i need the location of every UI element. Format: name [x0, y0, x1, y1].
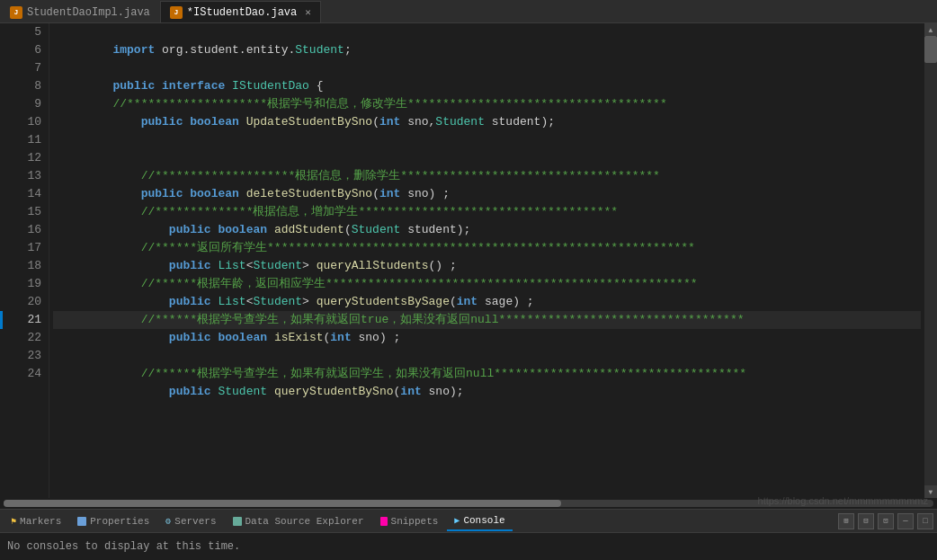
- line-num-18: 18: [25, 257, 41, 275]
- line-num-23: 23: [25, 347, 41, 365]
- margin-line-13: [0, 167, 18, 185]
- watermark: https://blog.csdn.net/mmmmmmmmmz: [758, 495, 928, 506]
- scrollbar-thumb[interactable]: [4, 500, 561, 507]
- line-num-11: 11: [25, 131, 41, 149]
- margin-line-15: [0, 203, 18, 221]
- line-num-16: 16: [25, 221, 41, 239]
- tab-snippets-label: Snippets: [391, 516, 439, 527]
- tab-properties-label: Properties: [90, 516, 149, 527]
- margin-line-23: [0, 347, 18, 365]
- tab-properties[interactable]: Properties: [70, 511, 156, 531]
- tab-console-label: Console: [463, 515, 504, 526]
- scroll-track[interactable]: [924, 36, 937, 485]
- line-num-24: 24: [25, 365, 41, 383]
- margin-line-12: [0, 149, 18, 167]
- line-num-15: 15: [25, 203, 41, 221]
- tab-snippets[interactable]: Snippets: [373, 511, 446, 531]
- margin-line-22: [0, 329, 18, 347]
- scroll-thumb[interactable]: [924, 36, 937, 63]
- line-num-7: 7: [25, 59, 41, 77]
- code-line-12: //********************根据信息，删除学生*********…: [53, 149, 921, 167]
- margin-line-6: [0, 41, 18, 59]
- console-message: No consoles to display at this time.: [7, 540, 240, 553]
- margin-line-5: [0, 23, 18, 41]
- tab-istudentdao-label: *IStudentDao.java: [187, 6, 297, 19]
- scroll-up-arrow[interactable]: ▲: [924, 23, 937, 36]
- toolbar-btn-maximize[interactable]: □: [917, 513, 933, 529]
- code-line-5: import org.student.entity.Student;: [53, 23, 921, 41]
- keyword-import: import: [112, 43, 155, 57]
- toolbar-btn-minimize[interactable]: ─: [897, 513, 914, 529]
- toolbar-btn-2[interactable]: ⊟: [858, 513, 874, 529]
- line-num-6: 6: [25, 41, 41, 59]
- margin-line-9: [0, 95, 18, 113]
- bottom-panel: ⚑ Markers Properties ⚙ Servers Data Sour…: [0, 509, 937, 560]
- tab-studentdaoimpl-label: StudentDaoImpl.java: [27, 6, 150, 19]
- right-scrollbar[interactable]: ▲ ▼: [924, 23, 937, 498]
- margin-line-18: [0, 257, 18, 275]
- margin-line-8: [0, 77, 18, 95]
- editor-wrapper: 5 6 7 8 9 10 11 12 13 14 15 16 17 18 19 …: [0, 23, 937, 498]
- tab-close-icon[interactable]: ✕: [305, 6, 311, 18]
- bottom-tab-bar: ⚑ Markers Properties ⚙ Servers Data Sour…: [0, 510, 937, 533]
- bottom-toolbar: ⊞ ⊟ ⊡ ─ □: [838, 513, 933, 529]
- line-num-20: 20: [25, 293, 41, 311]
- margin-line-14: [0, 185, 18, 203]
- line-num-21: 21: [25, 311, 41, 329]
- code-line-11: [53, 131, 921, 149]
- code-line-23: //******根据学号查学生，如果有就返回学生，如果没有返回null*****…: [53, 347, 921, 365]
- java-icon-istudentdao: J: [170, 6, 183, 19]
- tab-bar: J StudentDaoImpl.java J *IStudentDao.jav…: [0, 0, 937, 23]
- tab-datasource[interactable]: Data Source Explorer: [226, 511, 371, 531]
- java-icon-studentdaoimpl: J: [10, 6, 22, 19]
- tab-console[interactable]: ▶ Console: [447, 511, 512, 531]
- margin-line-19: [0, 275, 18, 293]
- datasource-icon: [233, 517, 242, 526]
- line-num-9: 9: [25, 95, 41, 113]
- margin-line-20: [0, 293, 18, 311]
- tab-markers[interactable]: ⚑ Markers: [4, 511, 68, 531]
- line-num-8: 8: [25, 77, 41, 95]
- tab-istudentdao[interactable]: J *IStudentDao.java ✕: [160, 1, 321, 22]
- toolbar-btn-1[interactable]: ⊞: [838, 513, 854, 529]
- line-num-13: 13: [25, 167, 41, 185]
- line-num-10: 10: [25, 113, 41, 131]
- tab-markers-label: Markers: [20, 516, 61, 527]
- servers-icon: ⚙: [165, 516, 171, 527]
- margin-line-16: [0, 221, 18, 239]
- margin-line-7: [0, 59, 18, 77]
- line-num-17: 17: [25, 239, 41, 257]
- line-num-12: 12: [25, 149, 41, 167]
- snippets-icon: [380, 517, 388, 526]
- properties-icon: [77, 517, 86, 526]
- tab-datasource-label: Data Source Explorer: [245, 516, 364, 527]
- console-output: No consoles to display at this time.: [0, 533, 937, 560]
- line-num-19: 19: [25, 275, 41, 293]
- margin-line-17: [0, 239, 18, 257]
- line-num-5: 5: [25, 23, 41, 41]
- margin-line-10: [0, 113, 18, 131]
- margin-line-11: [0, 131, 18, 149]
- tab-servers-label: Servers: [174, 516, 216, 527]
- line-numbers: 5 6 7 8 9 10 11 12 13 14 15 16 17 18 19 …: [18, 23, 49, 498]
- tab-studentdaoimpl[interactable]: J StudentDaoImpl.java: [0, 1, 160, 22]
- code-editor[interactable]: import org.student.entity.Student; publi…: [49, 23, 924, 498]
- console-icon: ▶: [454, 515, 460, 526]
- left-margin: [0, 23, 18, 498]
- editor-area: 5 6 7 8 9 10 11 12 13 14 15 16 17 18 19 …: [0, 23, 937, 498]
- code-line-7: public interface IStudentDao {: [53, 59, 921, 77]
- line-num-14: 14: [25, 185, 41, 203]
- toolbar-btn-view[interactable]: ⊡: [878, 513, 894, 529]
- tab-servers[interactable]: ⚙ Servers: [158, 511, 223, 531]
- margin-line-21: [0, 311, 3, 329]
- margin-line-24: [0, 365, 18, 383]
- markers-icon: ⚑: [11, 516, 16, 527]
- line-num-22: 22: [25, 329, 41, 347]
